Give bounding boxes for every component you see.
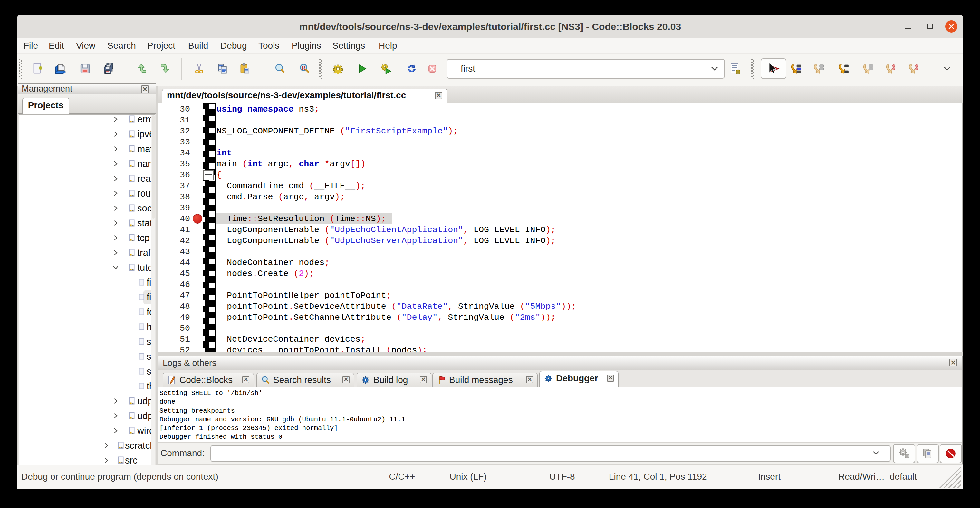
svg-text:R: R	[302, 65, 305, 71]
